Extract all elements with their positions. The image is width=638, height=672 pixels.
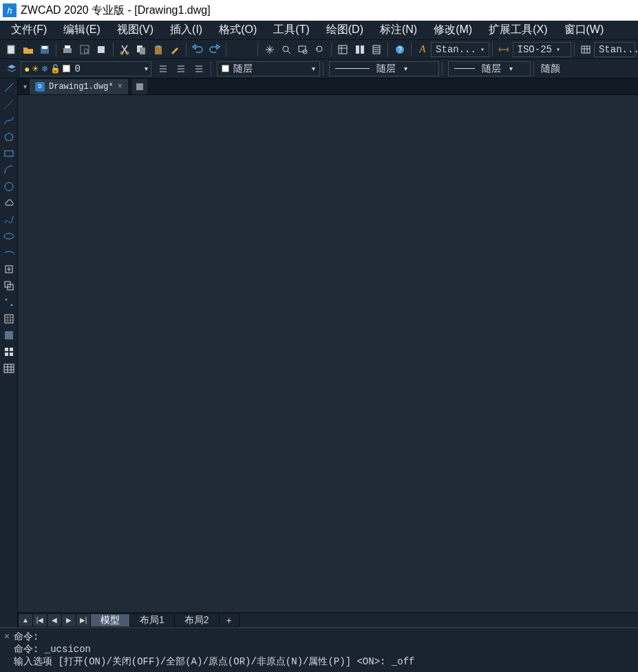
lineweight-value: 随层: [482, 63, 501, 75]
match-prop-icon[interactable]: [167, 42, 182, 57]
title-bar: h ZWCAD 2020 专业版 - [Drawing1.dwg]: [0, 0, 638, 21]
table-style-combo[interactable]: Stan... ▾: [594, 42, 635, 57]
layout-first-icon[interactable]: |◀: [32, 613, 47, 627]
properties-icon[interactable]: [335, 42, 350, 57]
layout-tab-2[interactable]: 布局2: [174, 613, 220, 627]
design-center-icon[interactable]: [352, 42, 367, 57]
menu-tools[interactable]: 工具(T): [265, 21, 317, 39]
print-preview-icon[interactable]: [77, 42, 92, 57]
zoom-window-icon[interactable]: [295, 42, 310, 57]
menu-dimension[interactable]: 标注(N): [372, 21, 425, 39]
document-tab[interactable]: D Drawing1.dwg* ×: [30, 79, 128, 94]
ellipse-arc-icon[interactable]: [1, 245, 17, 260]
paste-icon[interactable]: [150, 42, 165, 57]
layer-unlock-icon: 🔓: [50, 64, 61, 74]
menu-edit[interactable]: 编辑(E): [55, 21, 108, 39]
layer-combo[interactable]: ● ☀ ❄ 🔓 0 ▾: [21, 61, 151, 76]
window-title: ZWCAD 2020 专业版 - [Drawing1.dwg]: [21, 3, 211, 18]
chevron-down-icon: ▾: [145, 65, 148, 72]
menu-modify[interactable]: 修改(M): [425, 21, 480, 39]
construction-line-icon[interactable]: [1, 96, 17, 112]
circle-icon[interactable]: [1, 179, 17, 194]
new-tab-button[interactable]: [132, 79, 147, 94]
layout-add-button[interactable]: +: [219, 613, 240, 627]
table-icon[interactable]: [1, 361, 17, 376]
polygon-icon[interactable]: [1, 129, 17, 145]
svg-point-26: [5, 182, 13, 191]
plotstyle-label: 随颜: [537, 63, 560, 75]
pan-icon[interactable]: [262, 42, 277, 57]
svg-rect-34: [5, 331, 13, 339]
ellipse-icon[interactable]: [1, 229, 17, 244]
point-icon[interactable]: [1, 295, 17, 310]
menu-view[interactable]: 视图(V): [109, 21, 162, 39]
arc-icon[interactable]: [1, 162, 17, 178]
spline-icon[interactable]: [1, 212, 17, 227]
close-command-icon[interactable]: ×: [0, 628, 14, 672]
layout-next-icon[interactable]: ▶: [61, 613, 76, 627]
close-tab-icon[interactable]: ×: [118, 82, 123, 92]
gradient-icon[interactable]: [1, 328, 17, 343]
publish-icon[interactable]: [94, 42, 109, 57]
document-tab-label: Drawing1.dwg*: [49, 82, 114, 92]
menu-window[interactable]: 窗口(W): [556, 21, 613, 39]
chevron-down-icon: ▾: [509, 65, 513, 72]
layout-up-icon[interactable]: ▲: [18, 613, 33, 627]
text-style-icon[interactable]: A: [415, 42, 430, 57]
copy-icon[interactable]: [134, 42, 149, 57]
linetype-value: 随层: [376, 63, 396, 75]
revcloud-icon[interactable]: [1, 196, 17, 211]
new-icon[interactable]: [3, 42, 19, 57]
chevron-down-icon: ▾: [404, 65, 407, 72]
zoom-realtime-icon[interactable]: [279, 42, 294, 57]
menu-insert[interactable]: 插入(I): [162, 21, 211, 39]
menu-draw[interactable]: 绘图(D): [318, 21, 372, 39]
menu-format[interactable]: 格式(O): [211, 21, 265, 39]
app-logo-icon: h: [3, 3, 17, 17]
svg-rect-39: [4, 364, 14, 372]
redo-icon[interactable]: [207, 42, 222, 57]
layout-tab-1[interactable]: 布局1: [129, 613, 175, 627]
svg-rect-19: [356, 45, 359, 54]
zoom-previous-icon[interactable]: [312, 42, 328, 57]
print-icon[interactable]: [60, 42, 75, 57]
save-icon[interactable]: [37, 42, 52, 57]
separator: [113, 43, 114, 56]
undo-icon[interactable]: [190, 42, 205, 57]
linetype-combo[interactable]: 随层 ▾: [329, 61, 439, 76]
menu-express[interactable]: 扩展工具(X): [480, 21, 555, 39]
polyline-icon[interactable]: [1, 113, 17, 128]
line-icon[interactable]: [1, 80, 17, 95]
tool-palettes-icon[interactable]: [369, 42, 384, 57]
lineweight-combo[interactable]: 随层 ▾: [448, 61, 531, 76]
insert-block-icon[interactable]: [1, 262, 17, 277]
layer-name: 0: [74, 63, 80, 74]
open-icon[interactable]: [20, 42, 35, 57]
make-block-icon[interactable]: [1, 278, 17, 293]
dim-style-combo[interactable]: ISO-25 ▾: [513, 42, 571, 57]
command-history[interactable]: 命令: 命令: _ucsicon 输入选项 [打开(ON)/关闭(OFF)/全部…: [14, 628, 638, 672]
tabs-dropdown-icon[interactable]: ▾: [21, 83, 30, 90]
svg-rect-33: [5, 315, 13, 323]
region-icon[interactable]: [1, 344, 17, 359]
cut-icon[interactable]: [117, 42, 132, 57]
rectangle-icon[interactable]: [1, 146, 17, 161]
color-combo[interactable]: 随层 ▾: [217, 61, 320, 76]
layer-manager-icon[interactable]: [3, 61, 20, 76]
layer-prev-icon[interactable]: [155, 61, 171, 76]
hatch-icon[interactable]: [1, 311, 17, 326]
layer-iso-icon[interactable]: [191, 61, 207, 76]
text-style-combo[interactable]: Stan... ▾: [431, 42, 489, 57]
table-style-icon[interactable]: [578, 42, 593, 57]
help-icon[interactable]: ?: [392, 42, 407, 57]
layer-states-icon[interactable]: [173, 61, 189, 76]
layout-prev-icon[interactable]: ◀: [47, 613, 62, 627]
chevron-down-icon: ▾: [556, 45, 560, 54]
linetype-preview: [335, 68, 370, 69]
layout-tab-model[interactable]: 模型: [90, 613, 130, 627]
svg-point-32: [10, 304, 12, 306]
dim-style-icon[interactable]: [496, 42, 511, 57]
menu-file[interactable]: 文件(F): [3, 21, 55, 39]
layout-last-icon[interactable]: ▶|: [76, 613, 91, 627]
drawing-canvas[interactable]: [18, 95, 638, 612]
